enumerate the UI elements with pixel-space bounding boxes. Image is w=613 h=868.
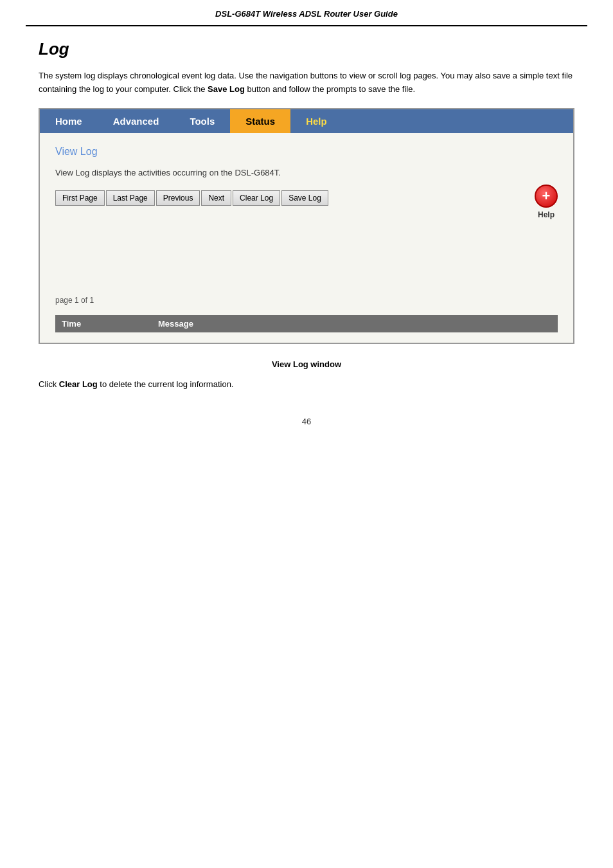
nav-home[interactable]: Home <box>40 109 98 133</box>
message-col-header: Message <box>158 319 551 329</box>
nav-tools[interactable]: Tools <box>174 109 230 133</box>
page-number: 46 <box>39 417 574 426</box>
nav-bar: Home Advanced Tools Status Help <box>40 109 573 133</box>
bottom-description: Click Clear Log to delete the current lo… <box>39 378 574 392</box>
save-log-button[interactable]: Save Log <box>281 190 328 206</box>
first-page-button[interactable]: First Page <box>55 190 105 206</box>
help-icon-area[interactable]: + Help <box>535 185 558 219</box>
next-button[interactable]: Next <box>201 190 231 206</box>
help-label: Help <box>538 210 555 219</box>
router-content-bottom: Time Message <box>40 315 573 343</box>
previous-button[interactable]: Previous <box>156 190 200 206</box>
description-text: The system log displays chronological ev… <box>39 69 574 96</box>
page-info: page 1 of 1 <box>55 296 558 305</box>
clear-log-button[interactable]: Clear Log <box>233 190 280 206</box>
view-log-description: View Log displays the activities occurri… <box>55 168 558 177</box>
save-log-bold: Save Log <box>208 84 245 94</box>
content-area: Log The system log displays chronologica… <box>0 26 613 446</box>
log-table-header: Time Message <box>55 315 558 332</box>
page-title: Log <box>39 39 574 59</box>
button-row: First Page Last Page Previous Next Clear… <box>55 190 558 206</box>
clear-log-bold: Clear Log <box>59 379 98 389</box>
nav-help[interactable]: Help <box>290 109 342 133</box>
page-header: DSL-G684T Wireless ADSL Router User Guid… <box>26 0 587 26</box>
view-log-title: View Log <box>55 146 558 158</box>
nav-advanced[interactable]: Advanced <box>98 109 175 133</box>
nav-status[interactable]: Status <box>230 109 290 133</box>
view-log-caption: View Log window <box>39 359 574 369</box>
help-circle-icon: + <box>535 185 558 208</box>
last-page-button[interactable]: Last Page <box>106 190 155 206</box>
time-col-header: Time <box>62 319 158 329</box>
router-content: View Log View Log displays the activitie… <box>40 133 573 305</box>
router-ui: Home Advanced Tools Status Help View Log… <box>39 108 574 344</box>
spacer <box>55 219 558 296</box>
header-title: DSL-G684T Wireless ADSL Router User Guid… <box>215 9 398 19</box>
